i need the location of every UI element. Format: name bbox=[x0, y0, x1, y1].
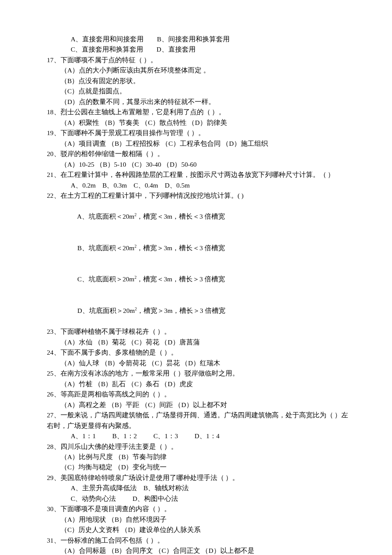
q20-stem: 20、驳岸的相邻伸缩缝一般相隔（ ）。 bbox=[47, 149, 349, 159]
q25-stem: 25、在南方没有冰冻的地方，一般常采用（ ）驳岸做临时之用。 bbox=[47, 368, 349, 379]
q22b-pre: B、坑底面积＜20m bbox=[78, 244, 135, 251]
q30-options-row1: （A）用地现状 （B）自然环境因子 bbox=[47, 515, 349, 525]
q19-options: （A）项目调查 （B）工程招投标 （C）工程承包合同 （D）施工组织 bbox=[47, 139, 349, 149]
q16-options-row2: C、直接套用和换算套用 D、直接套用 bbox=[47, 44, 349, 55]
q28-stem: 28、四川乐山大佛的处理手法主要是（ ）。 bbox=[47, 442, 349, 452]
q21-options: A、0.2m B、0.3m C、0.4m D、0.5m bbox=[47, 180, 349, 191]
q29-options-row1: A、主景升高或降低法 B、轴线对称法 bbox=[47, 483, 349, 493]
q24-stem: 24、下面不属于多肉、多浆植物的是（ ）。 bbox=[47, 347, 349, 358]
q28-options-row1: （A）比例与尺度 （B）节奏与韵律 bbox=[47, 452, 349, 462]
q23-options: （A）水仙 （B）菊花 （C）荷花 （D）唐菖蒲 bbox=[47, 337, 349, 347]
q22c-post: ，槽宽＜3m，槽长＞3 倍槽宽 bbox=[136, 276, 225, 283]
q17-option-b: （B）点没有固定的形状。 bbox=[47, 76, 349, 86]
q20-options: （A）10-25 （B）5-10 （C）30-40 （D）50-60 bbox=[47, 159, 349, 170]
q22-option-b: B、坑底面积＜20m2，槽宽＞3m，槽长＜3 倍槽宽 bbox=[47, 232, 349, 264]
q22-option-c: C、坑底面积＞20m2，槽宽＜3m，槽长＞3 倍槽宽 bbox=[47, 264, 349, 295]
q25-options: （A）竹桩 （B）乱石 （C）条石 （D）虎皮 bbox=[47, 379, 349, 389]
q23-stem: 23、下面哪种植物不属于球根花卉（ ）。 bbox=[47, 327, 349, 337]
q22-option-d: D、坑底面积＞20m2，槽宽＞3m，槽长＞3 倍槽宽 bbox=[47, 295, 349, 327]
q28-options-row2: （C）均衡与稳定 （D）变化与统一 bbox=[47, 462, 349, 472]
q27-stem: 27、一般来说，广场四周建筑物低，广场显得开阔、通透。广场四周建筑物高，处于高宽… bbox=[47, 410, 349, 431]
q18-stem: 18、烈士公园在主轴线上布置雕塑，它是利用了点的（ ）。 bbox=[47, 107, 349, 117]
q22-stem: 22、在土方工程的工程量计算中，下列哪种情况按挖地坑计算。( ) bbox=[47, 191, 349, 201]
q26-stem: 26、等高距是两相临等高线之间的（ ）。 bbox=[47, 389, 349, 399]
q22c-pre: C、坑底面积＞20m bbox=[78, 276, 135, 283]
q29-stem: 29、美国底特律哈特喷泉广场设计是使用了哪种处理手法（ ）。 bbox=[47, 473, 349, 483]
q22b-post: ，槽宽＞3m，槽长＜3 倍槽宽 bbox=[136, 244, 225, 251]
q19-stem: 19、下面哪种不属于景观工程项目操作与管理（ ）。 bbox=[47, 128, 349, 138]
q17-option-c: （C）点就是指圆点。 bbox=[47, 86, 349, 96]
q22a-post: ，槽宽＜3m，槽长＜3 倍槽宽 bbox=[136, 213, 225, 220]
q17-option-d: （D）点的数量不同，其显示出来的特征就不一样。 bbox=[47, 97, 349, 107]
q21-stem: 21、在工程量计算中，各种园路垫层的工程量，按图示尺寸两边各放宽下列哪种尺寸计算… bbox=[47, 170, 349, 180]
q24-options: （A）仙人球 （B）令箭荷花 （C）昙花 （D）红瑞木 bbox=[47, 358, 349, 368]
q16-options-row1: A、直接套用和间接套用 B、间接套用和换算套用 bbox=[47, 34, 349, 44]
q22d-pre: D、坑底面积＞20m bbox=[78, 307, 135, 314]
q30-options-row2: （C）历史人文资料 （D）建设单位的人脉关系 bbox=[47, 525, 349, 535]
q30-stem: 30、下面哪项不是项目调查的内容（ ）。 bbox=[47, 504, 349, 514]
q31-stem: 31、一份标准的施工合同不包括（ ）。 bbox=[47, 535, 349, 546]
q22-option-a: A、坑底面积＜20m2，槽宽＜3m，槽长＜3 倍槽宽 bbox=[47, 201, 349, 233]
q31-options: （A）合同标题 （B）合同序文 （C）合同正文 （D）以上都不是 bbox=[47, 546, 349, 555]
q17-option-a: （A）点的大小判断应该由其所在环境整体而定 。 bbox=[47, 65, 349, 75]
q29-options-row2: C、动势向心法 D、构图中心法 bbox=[47, 494, 349, 504]
q26-options: （A）高程之差 （B）平距 （C）间距 （D）以上都不对 bbox=[47, 400, 349, 410]
document-page: A、直接套用和间接套用 B、间接套用和换算套用 C、直接套用和换算套用 D、直接… bbox=[0, 0, 392, 555]
q27-options: A、1：1 B、1：2 C、1：3 D、1：4 bbox=[47, 431, 349, 441]
q18-options: （A）积聚性 （B）节奏美 （C）散点特性 （D）韵律美 bbox=[47, 118, 349, 128]
q22d-post: ，槽宽＞3m，槽长＞3 倍槽宽 bbox=[137, 307, 225, 314]
q17-stem: 17、下面哪项不属于点的特征（ ）。 bbox=[47, 55, 349, 65]
q22a-pre: A、坑底面积＜20m bbox=[77, 213, 135, 220]
